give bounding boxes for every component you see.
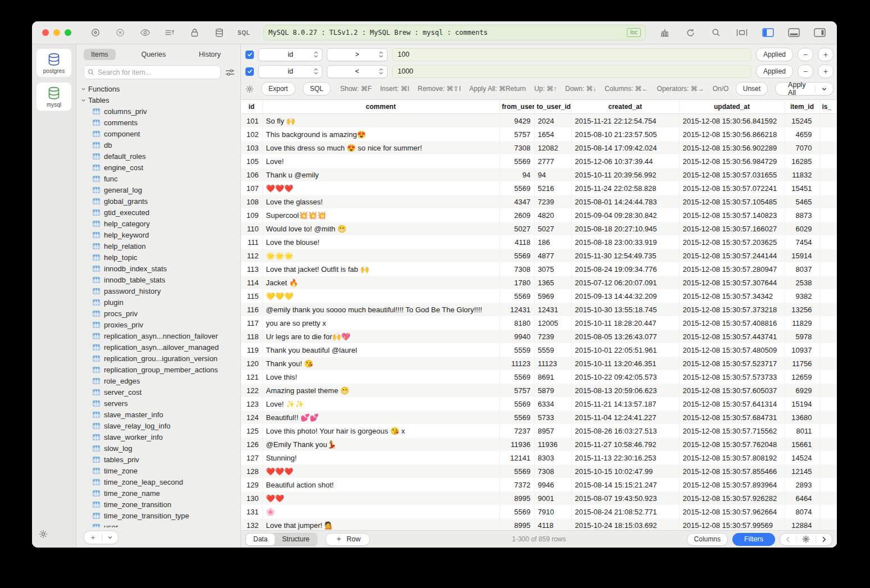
table-tree-item[interactable]: proxies_priv	[76, 319, 240, 330]
connection-mysql[interactable]: mysql	[37, 83, 71, 111]
search-input[interactable]	[97, 68, 217, 77]
table-tree-item[interactable]: slow_log	[76, 443, 240, 454]
table-row[interactable]: 101 So fly 🙌 9429 2024 2015-11-21 22:12:…	[241, 114, 837, 128]
filter-operator-select[interactable]: <	[327, 65, 388, 78]
previous-page-icon[interactable]	[780, 536, 796, 543]
lock-icon[interactable]	[187, 26, 202, 39]
table-tree-item[interactable]: replication_asyn...ailover_managed	[76, 341, 240, 353]
table-row[interactable]: 128 ❤️❤️❤️ 5569 7308 2015-10-15 10:02:47…	[241, 464, 837, 478]
table-tree-item[interactable]: db	[76, 139, 240, 151]
table-tree-item[interactable]: time_zone_leap_second	[76, 476, 240, 487]
remove-filter-button[interactable]: −	[798, 65, 813, 78]
table-row[interactable]: 107 ❤️❤️❤️ 5569 5216 2015-11-24 22:02:58…	[241, 181, 837, 195]
connection-postgres[interactable]: postgres	[37, 49, 71, 77]
table-row[interactable]: 124 Beautiful!! 💕💕 5569 5733 2015-11-04 …	[241, 411, 837, 424]
table-tree-item[interactable]: time_zone	[76, 465, 240, 476]
table-row[interactable]: 111 Love the blouse! 4118 186 2015-08-18…	[241, 235, 837, 249]
table-row[interactable]: 117 you are so pretty x 8180 12005 2015-…	[241, 316, 837, 330]
filter-options-icon[interactable]	[225, 69, 235, 76]
filter-value-input[interactable]: 1000	[392, 65, 751, 78]
table-tree-item[interactable]: help_category	[76, 218, 240, 229]
table-tree-item[interactable]: slave_worker_info	[76, 431, 240, 443]
filter-column-select[interactable]: id	[258, 65, 322, 78]
table-row[interactable]: 106 Thank u @emily 94 94 2015-10-11 20:3…	[241, 168, 837, 181]
table-row[interactable]: 103 Love this dress so much 😍 so nice fo…	[241, 141, 837, 154]
column-header-to-user-id[interactable]: to_user_id	[534, 100, 571, 114]
toggle-bottom-panel-icon[interactable]	[786, 26, 801, 39]
search-icon[interactable]	[709, 26, 723, 39]
table-row[interactable]: 110 Would love to! @mith 😬 5027 5027 201…	[241, 222, 837, 235]
table-tree-item[interactable]: innodb_table_stats	[76, 274, 240, 285]
connection-icon[interactable]	[88, 26, 103, 39]
disconnect-icon[interactable]	[113, 26, 127, 39]
zoom-window-button[interactable]	[65, 29, 71, 36]
settings-gear-icon[interactable]	[39, 530, 48, 541]
table-tree-item[interactable]: plugin	[76, 297, 240, 308]
plus-icon[interactable]: ＋	[84, 532, 102, 543]
fit-columns-icon[interactable]	[735, 26, 749, 39]
table-tree-item[interactable]: tables_priv	[76, 454, 240, 465]
table-row[interactable]: 119 Thank you beautiful @laurel 5559 555…	[241, 343, 837, 357]
table-row[interactable]: 108 Love the glasses! 4347 7239 2015-08-…	[241, 195, 837, 208]
table-tree-item[interactable]: help_relation	[76, 240, 240, 252]
table-tree-item[interactable]: replication_grou...iguration_version	[76, 353, 240, 364]
table-tree-item[interactable]: innodb_index_stats	[76, 263, 240, 274]
table-tree-item[interactable]: slave_master_info	[76, 409, 240, 420]
table-tree-item[interactable]: help_keyword	[76, 229, 240, 240]
column-header-updated-at[interactable]: updated_at	[679, 100, 785, 114]
table-tree-item[interactable]: replication_group_member_actions	[76, 364, 240, 375]
minimize-window-button[interactable]	[53, 29, 60, 36]
tab-queries[interactable]: Queries	[134, 49, 173, 60]
tree-group-functions[interactable]: Functions	[76, 83, 240, 94]
chevron-down-icon[interactable]	[816, 86, 833, 92]
table-row[interactable]: 102 This background is amazing😍 5757 165…	[241, 127, 837, 141]
column-header-from-user-id[interactable]: from_user_id	[499, 100, 534, 114]
table-tree-item[interactable]: time_zone_transition_type	[76, 510, 240, 521]
filters-button[interactable]: Filters	[732, 533, 775, 546]
table-tree-item[interactable]: role_edges	[76, 375, 240, 386]
database-icon[interactable]	[212, 26, 226, 39]
table-row[interactable]: 116 @emily thank you soooo much beautifu…	[241, 303, 837, 316]
table-tree-item[interactable]: servers	[76, 398, 240, 409]
unset-button[interactable]: Unset	[736, 82, 768, 95]
table-row[interactable]: 125 Love this photo! Your hair is gorgeo…	[241, 424, 837, 437]
table-tree-item[interactable]: comments	[76, 117, 240, 128]
table-tree-item[interactable]: replication_asyn...nnection_failover	[76, 330, 240, 341]
filter-column-select[interactable]: id	[258, 48, 322, 61]
table-row[interactable]: 127 Stunning! 12141 8303 2015-11-13 22:3…	[241, 451, 837, 464]
filter-operator-select[interactable]: >	[327, 48, 388, 61]
table-row[interactable]: 129 Beautiful action shot! 7372 9946 201…	[241, 478, 837, 491]
filter-settings-gear-icon[interactable]	[245, 85, 254, 93]
columns-button[interactable]: Columns	[687, 533, 728, 546]
table-row[interactable]: 122 Amazing pastel theme 😬 5757 5879 201…	[241, 384, 837, 397]
table-row[interactable]: 118 Ur legs are to die for🙌💖 9940 7239 2…	[241, 330, 837, 343]
table-row[interactable]: 114 Jacket 🔥 1780 1365 2015-07-12 06:20:…	[241, 276, 837, 289]
table-row[interactable]: 105 Love! 5569 2777 2015-12-06 10:37:39.…	[241, 154, 837, 168]
column-header-item-id[interactable]: item_id	[785, 100, 819, 114]
table-row[interactable]: 109 Supercool💥💥💥 2609 4820 2015-09-04 09…	[241, 208, 837, 222]
table-row[interactable]: 121 Love this! 5569 8691 2015-10-22 09:4…	[241, 370, 837, 384]
table-tree-item[interactable]: columns_priv	[76, 106, 240, 117]
refresh-icon[interactable]	[683, 26, 698, 39]
apply-all-button[interactable]: Apply All	[775, 82, 833, 95]
tab-items[interactable]: Items	[84, 49, 116, 60]
sql-button[interactable]: SQL	[303, 82, 331, 95]
column-header-is[interactable]: is_	[819, 100, 837, 114]
table-tree-item[interactable]: time_zone_transition	[76, 499, 240, 510]
page-settings-gear-icon[interactable]	[796, 535, 816, 543]
item-search-field[interactable]	[84, 65, 221, 79]
chart-icon[interactable]	[657, 26, 672, 39]
table-tree-item[interactable]: gtid_executed	[76, 207, 240, 218]
table-row[interactable]: 112 🌟🌟🌟 5569 4877 2015-11-30 12:54:49.73…	[241, 249, 837, 262]
table-tree-item[interactable]: default_roles	[76, 151, 240, 162]
table-tree-item[interactable]: slave_relay_log_info	[76, 420, 240, 431]
remove-filter-button[interactable]: −	[798, 48, 813, 61]
sort-list-icon[interactable]	[162, 26, 177, 39]
table-tree-item[interactable]: component	[76, 128, 240, 139]
column-header-id[interactable]: id	[241, 100, 262, 114]
table-row[interactable]: 131 🌸 5569 7910 2015-08-24 21:08:52.771 …	[241, 505, 837, 518]
applied-button[interactable]: Applied	[756, 65, 793, 78]
column-header-created-at[interactable]: created_at	[571, 100, 679, 114]
table-tree-item[interactable]: time_zone_name	[76, 487, 240, 499]
add-filter-button[interactable]: +	[818, 48, 833, 61]
